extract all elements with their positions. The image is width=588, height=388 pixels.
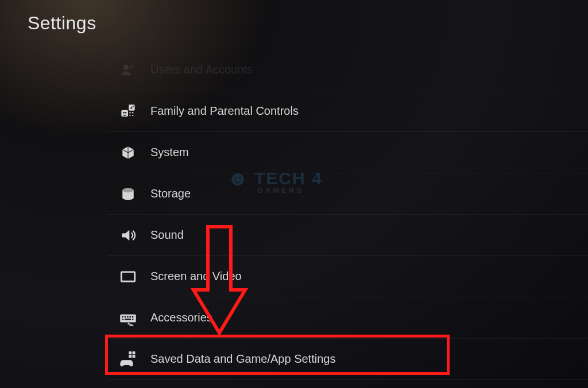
svg-rect-10 xyxy=(120,314,136,322)
svg-rect-20 xyxy=(133,351,136,354)
menu-label: Saved Data and Game/App Settings xyxy=(150,352,335,366)
menu-item-system[interactable]: System xyxy=(107,132,588,173)
svg-rect-9 xyxy=(121,271,134,281)
svg-rect-11 xyxy=(122,316,123,317)
svg-point-4 xyxy=(125,111,127,113)
svg-rect-15 xyxy=(132,316,134,317)
family-icon xyxy=(118,102,138,121)
sound-icon xyxy=(118,226,138,245)
menu-item-notifications[interactable]: Notifications xyxy=(107,380,588,388)
settings-menu: Users and Accounts Family and Parental C… xyxy=(107,49,588,388)
menu-label: Sound xyxy=(150,228,184,242)
menu-item-accessories[interactable]: Accessories xyxy=(107,297,588,339)
svg-rect-22 xyxy=(133,355,136,358)
gamepad-icon xyxy=(118,350,138,369)
svg-rect-12 xyxy=(125,316,126,317)
svg-rect-17 xyxy=(125,319,131,320)
menu-label: Storage xyxy=(150,187,191,200)
menu-item-saved-data[interactable]: Saved Data and Game/App Settings xyxy=(107,339,588,380)
svg-rect-16 xyxy=(122,319,123,320)
menu-label: System xyxy=(150,146,189,159)
svg-rect-19 xyxy=(129,351,131,354)
svg-rect-13 xyxy=(127,316,129,317)
page-title: Settings xyxy=(28,13,96,34)
screen-icon xyxy=(118,267,138,286)
menu-label: Accessories xyxy=(150,311,212,324)
svg-point-3 xyxy=(123,111,125,113)
menu-item-screen-video[interactable]: Screen and Video xyxy=(107,256,588,297)
storage-icon xyxy=(118,184,138,204)
svg-point-0 xyxy=(123,64,129,69)
menu-item-family[interactable]: Family and Parental Controls xyxy=(107,91,588,132)
menu-label: Screen and Video xyxy=(150,270,242,283)
svg-rect-21 xyxy=(129,355,131,358)
svg-point-6 xyxy=(133,106,134,107)
svg-point-1 xyxy=(130,65,133,68)
users-icon xyxy=(118,60,138,80)
menu-label: Users and Accounts xyxy=(150,63,253,76)
svg-rect-18 xyxy=(132,319,134,320)
menu-label: Family and Parental Controls xyxy=(150,104,299,118)
menu-item-sound[interactable]: Sound xyxy=(107,215,588,256)
cube-icon xyxy=(118,143,138,162)
keyboard-icon xyxy=(118,308,138,328)
svg-point-8 xyxy=(122,188,134,192)
svg-rect-14 xyxy=(130,316,131,317)
menu-item-storage[interactable]: Storage xyxy=(107,173,588,215)
menu-item-users-accounts[interactable]: Users and Accounts xyxy=(107,49,588,91)
